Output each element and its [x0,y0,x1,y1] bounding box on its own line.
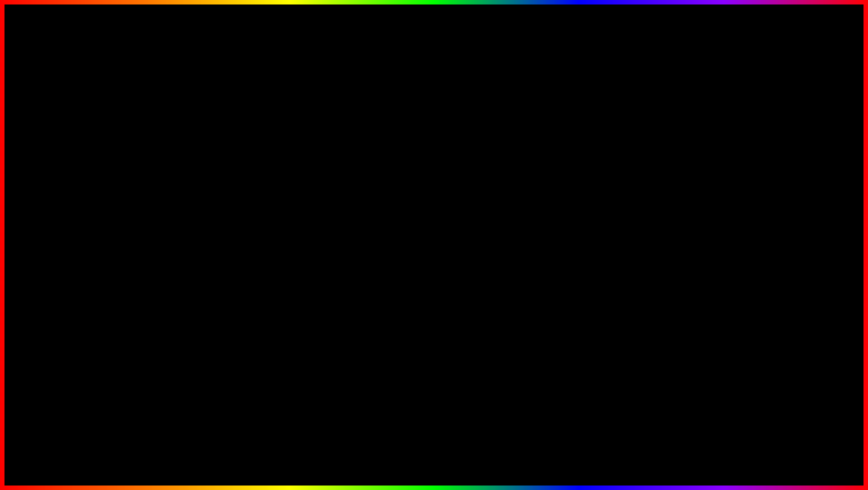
dungeon-icon: 🎯 [31,183,37,188]
row-auto-set-home: Auto Set Home Point ✓ [70,126,256,137]
teleport-great-tree-button[interactable]: Teleport Top Of Great Tree [650,128,836,137]
sidebar-item-others[interactable]: ⊕Others [27,229,65,240]
r-settings-icon: ⚙ [611,106,617,111]
script-text: SCRIPT [286,436,394,468]
row-remove-fog: Remove Fog [650,113,836,125]
row-select-weapon: Select Weapon : ▼ [70,182,256,193]
right-panel-content: Race V4 Helper Remove Fog Teleport Top O… [646,101,841,232]
settings-icon: ⚙ [31,129,37,134]
right-sidebar-item-settings[interactable]: ⚙Settings [608,103,645,114]
row-teleport-great-tree: Teleport Top Of Great Tree [650,125,836,141]
r-race-icon: 🏁 [611,198,617,204]
sidebar-item-settings[interactable]: ⚙Settings [27,126,65,137]
teleport-button[interactable]: Teleport [650,217,836,226]
right-panel-sidebar: ⚙Settings 🏠Main ✕Combat 📊Stats 📍Teleport… [608,101,646,232]
right-panel: Void Hub ⚙Settings 🏠Main ✕Combat 📊Stats … [607,90,841,243]
row-select-fast-attack: Select Fast Attack Mode : ▼ [70,160,256,171]
logo-blox: BLOX [781,447,820,462]
sidebar-item-devil-fruit[interactable]: 🍎Devil Fruit [27,191,65,208]
sidebar-item-dungeon[interactable]: 🎯Dungeon [27,180,65,191]
row-teleport-temple: Teleport Temple Of Time [650,141,836,158]
sidebar-item-shop[interactable]: 🛒Shop [27,208,65,218]
bypass-teleport-checkbox[interactable] [250,196,256,202]
r-devil-fruit-icon: 🍎 [611,174,617,179]
race-v4-title: Race V4 Helper [650,103,836,113]
devil-fruit-icon: 🍎 [31,196,37,202]
center-spacer [279,90,589,243]
bring-mob-checkbox[interactable]: ✓ [250,151,256,157]
right-sidebar-item-shop[interactable]: 🛒Shop [608,185,645,196]
clock-acces-button[interactable]: Clock Acces [650,178,836,187]
row-select-bring-mob: Select Bring Mob Mode : ▼ [70,137,256,148]
r-others-icon: ⊕ [611,209,617,215]
right-sidebar-item-teleport[interactable]: 📍Teleport [608,146,645,157]
row-teleport: Teleport [650,214,836,230]
right-sidebar-item-main[interactable]: 🏠Main [608,114,645,125]
logo-fruits: FRUITS [775,462,826,476]
title-fruits: FRUITS [416,8,673,83]
r-combat-icon: ✕ [611,127,617,133]
bring-mob-mode-dropdown[interactable]: ▼ [250,139,256,146]
main-icon: 🏠 [31,139,37,145]
remove-fog-checkbox[interactable] [830,116,836,122]
panels-container: Void Hub discord.gg/voidhubwin Hours : 0… [27,90,841,243]
teleport-icon: 📍 [31,172,37,178]
r-stats-icon: 📊 [611,138,617,144]
right-panel-body: ⚙Settings 🏠Main ✕Combat 📊Stats 📍Teleport… [608,101,841,232]
row-teleport-lever: Teleport Lever [650,158,836,174]
right-sidebar-item-others[interactable]: ⊕Others [608,206,645,217]
character-glow [378,234,490,405]
left-panel-content: Auto Set Home Point ✓ Select Bring Mob M… [66,124,260,242]
auto-set-home-checkbox[interactable]: ✓ [250,128,256,134]
r-teleport-icon: 📍 [611,149,617,155]
fast-attack-mode-dropdown[interactable]: ▼ [250,162,256,168]
row-select-door: Select Door : ▼ [650,202,836,214]
skull-icon: ☠ [795,425,806,440]
teleport-temple-button[interactable]: Teleport Temple Of Time [650,145,836,154]
others-icon: ⊕ [31,232,37,238]
sidebar-item-stats[interactable]: 📊Stats [27,158,65,169]
left-panel-time: Hours : 0 Minutes : 5 Seconds : 23 [27,108,260,113]
sidebar-item-teleport[interactable]: 📍Teleport [27,169,65,180]
right-sidebar-item-race[interactable]: 🏁Race [608,196,645,206]
right-sidebar-item-devil-fruit[interactable]: 🍎Devil Fruit [608,168,645,185]
row-disable-infinite-stairs: Disable Infinite Stairs [650,191,836,202]
right-sidebar-item-dungeon[interactable]: 🎯Dungeon [608,157,645,168]
combat-icon: ✕ [31,150,37,156]
stats-icon: 📊 [31,161,37,167]
r-main-icon: 🏠 [611,116,617,122]
left-panel-section-title: Farming Settings [27,113,260,124]
left-panel-body: ⚙Settings 🏠Main ✕Combat 📊Stats 📍Teleport… [27,124,260,242]
r-shop-icon: 🛒 [611,187,617,193]
weapon-dropdown[interactable]: ▼ [250,184,256,191]
left-panel-sidebar: ⚙Settings 🏠Main ✕Combat 📊Stats 📍Teleport… [27,124,66,242]
disable-infinite-stairs-checkbox[interactable] [830,193,836,200]
r-dungeon-icon: 🎯 [611,160,617,165]
pastebin-text: PASTEBIN [403,436,548,468]
row-clock-acces: Clock Acces [650,174,836,191]
sidebar-item-race[interactable]: 🏁Race [27,218,65,229]
shop-icon: 🛒 [31,210,37,216]
logo-skull: ☠ [787,419,814,445]
sidebar-item-main[interactable]: 🏠Main [27,137,65,147]
race-icon: 🏁 [31,221,37,227]
bottom-text-group: AUTO FARM SCRIPT PASTEBIN [22,426,548,469]
select-door-dropdown[interactable]: ▼ [830,205,836,211]
row-double-quest: Double Quest [70,205,256,215]
fast-attack-checkbox[interactable]: ✓ [250,173,256,179]
right-panel-header: Void Hub [608,90,841,101]
page-title: BLOX FRUITS [0,7,868,85]
right-sidebar-item-combat[interactable]: ✕Combat [608,125,645,135]
left-panel-header: Void Hub [27,90,260,101]
title-separator [393,8,414,83]
bottom-area: AUTO FARM SCRIPT PASTEBIN ☠ BLOX FRUITS [22,414,846,481]
row-bypass-teleport: Bypass Teleport [70,193,256,205]
left-panel: Void Hub discord.gg/voidhubwin Hours : 0… [27,90,261,243]
right-sidebar-item-stats[interactable]: 📊Stats [608,135,645,146]
row-bring-mob: Bring Mob ✓ [70,148,256,160]
row-fast-attack: Fast Attack ✓ [70,171,256,182]
auto-farm-text: AUTO FARM [22,423,276,471]
logo-bottom-right: ☠ BLOX FRUITS [756,414,846,481]
teleport-lever-button[interactable]: Teleport Lever [650,161,836,170]
sidebar-item-combat[interactable]: ✕Combat [27,147,65,158]
